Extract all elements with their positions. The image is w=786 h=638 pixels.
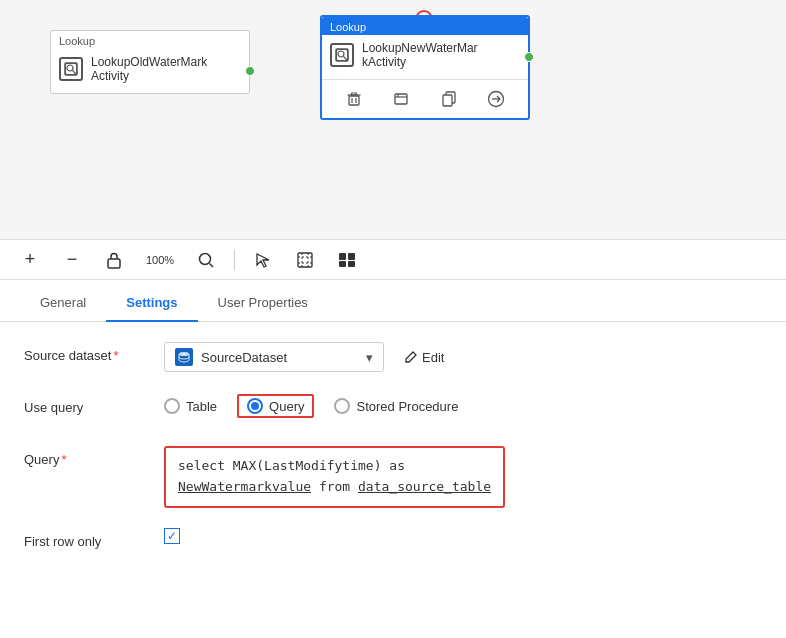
tab-settings[interactable]: Settings <box>106 285 197 322</box>
node-header-left: Lookup <box>51 31 249 49</box>
first-row-only-row: First row only ✓ <box>24 528 762 560</box>
query-line1: select MAX(LastModifytime) as <box>178 458 405 473</box>
svg-rect-29 <box>348 261 355 267</box>
node-label-right: LookupNewWaterMar kActivity <box>362 41 478 69</box>
canvas-toolbar: + − 100% <box>0 240 786 280</box>
source-dataset-control: SourceDataset ▾ Edit <box>164 342 762 372</box>
use-query-control: Table Query Stored Procedure <box>164 394 762 418</box>
db-icon <box>175 348 193 366</box>
radio-table[interactable]: Table <box>164 398 217 414</box>
layers-button[interactable] <box>333 246 361 274</box>
svg-rect-10 <box>351 93 356 95</box>
svg-line-2 <box>73 71 77 75</box>
svg-rect-27 <box>348 253 355 260</box>
node-lookup-new[interactable]: Lookup LookupNewWaterMar kActivity <box>320 15 530 120</box>
svg-rect-15 <box>443 95 452 106</box>
radio-stored-procedure[interactable]: Stored Procedure <box>334 398 458 414</box>
radio-outer-query <box>247 398 263 414</box>
node-icon-right <box>330 43 354 67</box>
zoom-out-button[interactable]: − <box>58 246 86 274</box>
radio-label-sp: Stored Procedure <box>356 399 458 414</box>
radio-inner-query <box>251 402 259 410</box>
first-row-only-label: First row only <box>24 528 164 549</box>
query-row: Query* select MAX(LastModifytime) as New… <box>24 446 762 508</box>
copy-icon[interactable] <box>436 86 462 112</box>
tab-general[interactable]: General <box>20 285 106 322</box>
svg-line-5 <box>344 57 348 61</box>
toolbar-separator <box>234 250 235 270</box>
configure-icon[interactable] <box>388 86 414 112</box>
tab-user-properties[interactable]: User Properties <box>198 285 328 322</box>
lock-button[interactable] <box>100 246 128 274</box>
use-query-label: Use query <box>24 394 164 415</box>
svg-rect-3 <box>336 49 348 61</box>
first-row-only-checkbox[interactable]: ✓ <box>164 528 180 544</box>
fit-view-button[interactable] <box>291 246 319 274</box>
node-output-dot-left <box>245 66 255 76</box>
svg-rect-0 <box>65 63 77 75</box>
properties-panel: Source dataset* SourceDataset ▾ Edit <box>0 322 786 600</box>
svg-point-19 <box>200 253 211 264</box>
zoom-fit-button[interactable] <box>192 246 220 274</box>
zoom-in-button[interactable]: + <box>16 246 44 274</box>
node-icon-left <box>59 57 83 81</box>
svg-point-1 <box>67 65 73 71</box>
checkmark-icon: ✓ <box>167 530 177 542</box>
svg-rect-11 <box>395 94 407 104</box>
query-label: Query* <box>24 446 164 467</box>
select-tool-button[interactable] <box>249 246 277 274</box>
svg-rect-18 <box>108 259 120 268</box>
query-control[interactable]: select MAX(LastModifytime) as NewWaterma… <box>164 446 762 508</box>
use-query-row: Use query Table Query Stored Procedure <box>24 394 762 426</box>
query-text-box[interactable]: select MAX(LastModifytime) as NewWaterma… <box>164 446 505 508</box>
svg-line-20 <box>210 263 214 267</box>
query-line2-part1: NewWatermarkvalue <box>178 479 311 494</box>
source-dataset-select[interactable]: SourceDataset ▾ <box>164 342 384 372</box>
query-line2-part2: from <box>311 479 358 494</box>
edit-link[interactable]: Edit <box>404 350 444 365</box>
svg-rect-28 <box>339 261 346 267</box>
node-lookup-old[interactable]: Lookup LookupOldWaterMark Activity <box>50 30 250 94</box>
query-line2-part3: data_source_table <box>358 479 491 494</box>
node-action-bar <box>322 79 528 118</box>
radio-query[interactable]: Query <box>237 394 314 418</box>
radio-outer-sp <box>334 398 350 414</box>
svg-point-30 <box>179 352 189 356</box>
tabs-bar: General Settings User Properties <box>0 280 786 322</box>
svg-point-4 <box>338 51 344 57</box>
zoom-100-button[interactable]: 100% <box>142 246 178 274</box>
svg-rect-26 <box>339 253 346 260</box>
run-icon[interactable] <box>483 86 509 112</box>
source-dataset-value: SourceDataset <box>201 350 287 365</box>
svg-rect-6 <box>349 96 359 105</box>
source-dataset-label: Source dataset* <box>24 342 164 363</box>
dropdown-chevron: ▾ <box>366 350 373 365</box>
delete-icon[interactable] <box>341 86 367 112</box>
node-header-right: Lookup <box>322 17 528 35</box>
svg-rect-21 <box>298 253 312 267</box>
node-label-left: LookupOldWaterMark Activity <box>91 55 207 83</box>
radio-label-table: Table <box>186 399 217 414</box>
radio-outer-table <box>164 398 180 414</box>
first-row-only-control: ✓ <box>164 528 762 544</box>
source-dataset-row: Source dataset* SourceDataset ▾ Edit <box>24 342 762 374</box>
node-output-dot-right <box>524 52 534 62</box>
radio-label-query: Query <box>269 399 304 414</box>
canvas-area: Lookup LookupOldWaterMark Activity Looku… <box>0 0 786 240</box>
